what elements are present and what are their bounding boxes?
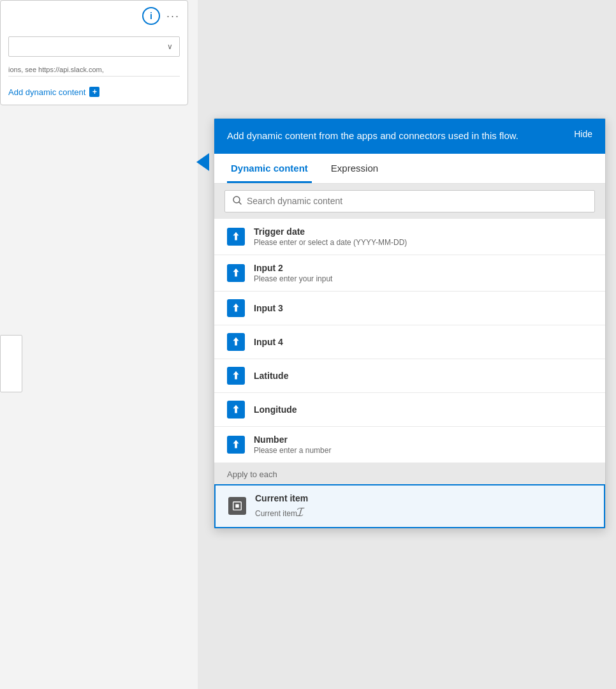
cursor-icon: 𝓘	[297, 505, 304, 519]
trigger-date-icon	[227, 228, 245, 246]
trigger-date-text: Trigger date Please enter or select a da…	[254, 226, 592, 247]
svg-rect-3	[235, 504, 238, 507]
panel-tabs: Dynamic content Expression	[214, 154, 605, 184]
list-item[interactable]: Longitude	[214, 393, 605, 427]
current-item-subtitle: Current item 𝓘	[255, 505, 591, 519]
card-header: i ···	[1, 1, 187, 31]
svg-line-1	[239, 202, 241, 204]
panel-arrow	[196, 153, 209, 171]
section-header: Apply to each	[214, 463, 605, 484]
dropdown-field[interactable]: ∨	[8, 36, 180, 57]
tab-expression[interactable]: Expression	[327, 154, 382, 183]
trigger-date-subtitle: Please enter or select a date (YYYY-MM-D…	[254, 238, 592, 247]
input3-title: Input 3	[254, 303, 592, 313]
number-icon	[227, 436, 245, 454]
number-text: Number Please enter a number	[254, 434, 592, 455]
list-item[interactable]: Latitude	[214, 359, 605, 393]
panel-header-text: Add dynamic content from the apps and co…	[227, 129, 564, 144]
number-subtitle: Please enter a number	[254, 446, 592, 455]
current-item-title: Current item	[255, 493, 591, 503]
input3-icon	[227, 299, 245, 317]
list-item[interactable]: Input 2 Please enter your input	[214, 255, 605, 292]
search-area	[214, 184, 605, 219]
current-item-list-item[interactable]: Current item Current item 𝓘	[214, 484, 605, 528]
plus-badge-icon: +	[89, 87, 99, 97]
left-panel: i ··· ∨ ions, see https://api.slack.com,…	[0, 0, 198, 689]
input2-title: Input 2	[254, 263, 592, 273]
list-item[interactable]: Input 3	[214, 292, 605, 325]
add-dynamic-label: Add dynamic content	[8, 87, 85, 97]
search-box	[224, 190, 595, 212]
trigger-date-title: Trigger date	[254, 226, 592, 237]
more-options-icon[interactable]: ···	[166, 10, 180, 23]
longitude-text: Longitude	[254, 404, 592, 415]
small-box	[0, 335, 22, 392]
search-input[interactable]	[247, 196, 587, 206]
longitude-icon	[227, 401, 245, 419]
list-item[interactable]: Number Please enter a number	[214, 427, 605, 463]
latitude-text: Latitude	[254, 371, 592, 381]
tab-dynamic-content[interactable]: Dynamic content	[227, 154, 312, 183]
chevron-down-icon: ∨	[167, 42, 173, 51]
current-item-icon	[228, 497, 246, 515]
search-icon	[233, 196, 242, 207]
info-icon[interactable]: i	[142, 7, 160, 25]
hint-text: ions, see https://api.slack.com,	[8, 63, 180, 77]
panel-header: Add dynamic content from the apps and co…	[214, 119, 605, 154]
list-item[interactable]: Input 4	[214, 325, 605, 359]
input2-subtitle: Please enter your input	[254, 274, 592, 283]
number-title: Number	[254, 434, 592, 445]
list-item[interactable]: Trigger date Please enter or select a da…	[214, 219, 605, 255]
hide-button[interactable]: Hide	[564, 129, 592, 139]
longitude-title: Longitude	[254, 404, 592, 415]
dynamic-content-panel: Add dynamic content from the apps and co…	[214, 118, 606, 529]
input4-text: Input 4	[254, 337, 592, 347]
input2-icon	[227, 264, 245, 282]
add-dynamic-content-link[interactable]: Add dynamic content +	[8, 84, 180, 100]
latitude-icon	[227, 367, 245, 385]
input4-title: Input 4	[254, 337, 592, 347]
content-list[interactable]: Trigger date Please enter or select a da…	[214, 219, 605, 528]
input3-text: Input 3	[254, 303, 592, 313]
input2-text: Input 2 Please enter your input	[254, 263, 592, 283]
input4-icon	[227, 333, 245, 351]
latitude-title: Latitude	[254, 371, 592, 381]
current-item-text: Current item Current item 𝓘	[255, 493, 591, 519]
card-body: ∨ ions, see https://api.slack.com, Add d…	[1, 31, 187, 105]
main-card: i ··· ∨ ions, see https://api.slack.com,…	[0, 0, 188, 105]
